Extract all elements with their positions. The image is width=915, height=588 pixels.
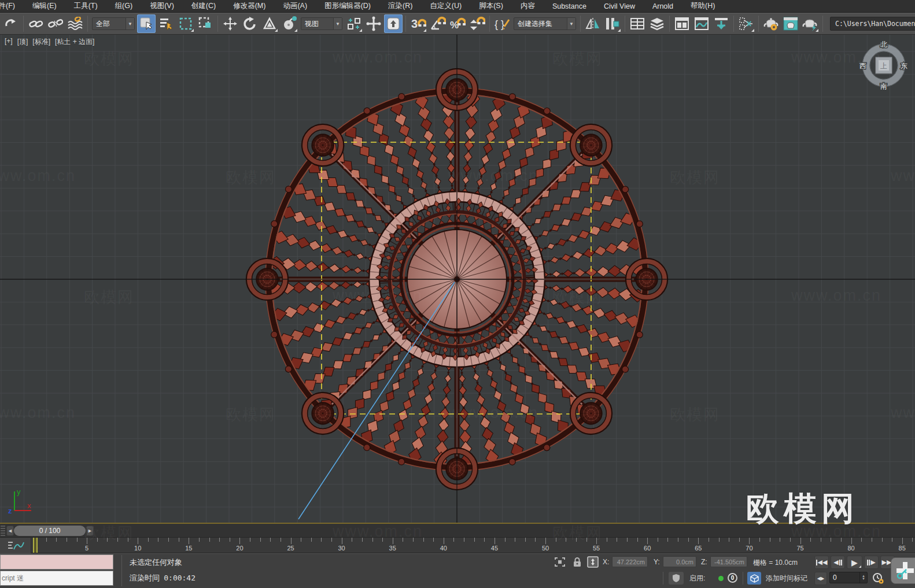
selection-filter-dropdown[interactable]: 全部 ▼ (92, 17, 135, 30)
maxscript-mini-listener[interactable]: cript 迷 (0, 571, 113, 586)
ruler-tick (912, 538, 913, 542)
isolate-selection-toggle[interactable] (553, 557, 567, 567)
redo-button[interactable] (2, 14, 20, 33)
menu-item-3[interactable]: 组(G) (106, 1, 142, 11)
ruler-tick (576, 538, 577, 542)
svg-text:东: 东 (901, 62, 907, 70)
spinner-snap-toggle[interactable] (468, 14, 486, 33)
percent-snap-toggle[interactable]: % (448, 14, 467, 33)
project-folder-path: C:\Users\Han\Documents\3ds Max 2022 (831, 20, 915, 28)
ruler-frame-label: 80 (847, 545, 854, 552)
set-key-button[interactable] (891, 557, 915, 584)
viewport-label-item-1[interactable]: [顶] (17, 37, 28, 47)
ruler-frame-label: 25 (287, 545, 294, 552)
toolbar-grip-handle[interactable] (1, 526, 5, 536)
go-to-start-icon (816, 560, 817, 565)
listener-text: cript 迷 (2, 574, 24, 582)
viewport-canvas[interactable]: yxz上北东南西 (0, 35, 915, 523)
time-tag-cube-button[interactable] (747, 572, 761, 585)
add-time-tag[interactable]: 添加时间标记 (766, 574, 807, 583)
select-and-manipulate-button[interactable] (364, 14, 383, 33)
frame-spinner[interactable]: ▲▼ (859, 572, 867, 583)
menu-item-9[interactable]: 渲染(R) (379, 1, 421, 11)
menu-item-11[interactable]: 脚本(S) (470, 1, 512, 11)
material-editor-button[interactable] (737, 14, 755, 33)
previous-frame-button[interactable]: ◀ (831, 556, 845, 569)
use-pivot-point-center-button[interactable] (345, 14, 363, 33)
snap-toggle-3d-button[interactable]: 3 (409, 14, 427, 33)
viewport-top[interactable]: yxz上北东南西 [+][顶][标准][粘土 + 边面] (0, 35, 915, 523)
align-button[interactable] (603, 14, 622, 33)
absolute-mode-transform-button[interactable] (586, 556, 599, 568)
menu-item-10[interactable]: 自定义(U) (421, 1, 470, 11)
menu-item-6[interactable]: 修改器(M) (224, 1, 274, 11)
go-to-start-button[interactable]: ◀◀ (814, 556, 829, 569)
previous-frame-arrow-button[interactable]: ◄ (6, 526, 14, 536)
keyboard-override-toggle[interactable] (384, 14, 403, 33)
blocked-commands-count[interactable]: 0 (728, 573, 737, 583)
menu-item-12[interactable]: 内容 (512, 1, 544, 11)
viewport-label-item-2[interactable]: [标准] (32, 37, 50, 47)
current-frame-field[interactable]: 0 ▲▼ (829, 572, 868, 583)
menu-item-8[interactable]: 图形编辑器(D) (316, 1, 379, 11)
menu-item-0[interactable]: 文件(F) (0, 1, 24, 11)
play-animation-button[interactable]: ▶ (847, 556, 862, 569)
curve-editor-button[interactable] (692, 14, 711, 33)
x-coordinate-field[interactable]: 47.222cm (612, 556, 648, 567)
menu-item-2[interactable]: 工具(T) (65, 1, 106, 11)
time-slider-handle[interactable]: 0 / 100 (14, 526, 86, 536)
unlink-selection-button[interactable] (46, 14, 65, 33)
select-object-button[interactable] (137, 14, 156, 33)
toggle-ribbon-button[interactable] (673, 14, 691, 33)
select-and-move-button[interactable] (221, 14, 239, 33)
bind-to-space-warp-button[interactable] (66, 14, 84, 33)
y-coordinate-field[interactable]: 0.0cm (663, 556, 696, 567)
maxscript-macro-recorder[interactable] (0, 554, 113, 569)
viewport-label-item-0[interactable]: [+] (5, 37, 13, 47)
next-frame-button[interactable]: ▶ (864, 556, 879, 569)
toggle-scene-explorer-button[interactable] (628, 14, 647, 33)
render-production-button[interactable] (801, 14, 820, 33)
rendered-frame-window-button[interactable] (781, 14, 800, 33)
mirror-button[interactable] (584, 14, 602, 33)
next-frame-arrow-button[interactable]: ► (86, 526, 94, 536)
menu-item-15[interactable]: Arnold (644, 2, 682, 10)
ruler-tick (158, 538, 158, 542)
menu-item-7[interactable]: 动画(A) (274, 1, 316, 11)
z-coordinate-field[interactable]: -41.505cm (710, 556, 747, 567)
ruler-tick (362, 538, 363, 542)
security-tools-button[interactable] (669, 572, 684, 585)
select-by-name-button[interactable] (157, 14, 175, 33)
key-mode-toggle[interactable]: ◀▶ (814, 572, 827, 585)
project-folder-dropdown[interactable]: C:\Users\Han\Documents\3ds Max 2022 ▼ (830, 17, 915, 31)
mini-curve-editor-button[interactable] (0, 538, 31, 553)
select-and-rotate-button[interactable] (241, 14, 259, 33)
toggle-layer-explorer-button[interactable] (648, 14, 666, 33)
angle-snap-toggle[interactable] (429, 14, 447, 33)
window-crossing-toggle[interactable] (196, 14, 215, 33)
align-icon (605, 17, 620, 31)
current-frame-marker[interactable] (33, 538, 38, 553)
render-setup-button[interactable] (762, 14, 780, 33)
y-coordinate-value: 0.0cm (676, 559, 693, 565)
menu-item-16[interactable]: 帮助(H) (682, 1, 724, 11)
select-and-link-button[interactable] (27, 14, 45, 33)
menu-item-4[interactable]: 视图(V) (141, 1, 183, 11)
select-and-scale-button[interactable] (260, 14, 279, 33)
ruler-tick (413, 538, 414, 542)
menu-item-14[interactable]: Civil View (595, 2, 644, 10)
edit-named-selection-sets-button[interactable]: {} (493, 14, 511, 33)
track-bar[interactable]: 0510152025303540455055606570758085 (0, 538, 915, 553)
time-configuration-button[interactable] (871, 572, 885, 585)
select-and-place-button[interactable] (280, 14, 298, 33)
menu-item-13[interactable]: Substance (544, 2, 595, 10)
menu-item-1[interactable]: 编辑(E) (24, 1, 65, 11)
rectangular-selection-region-button[interactable] (176, 14, 195, 33)
named-selection-set-dropdown[interactable]: 创建选择集 ▼ (514, 17, 576, 30)
ruler-frame-label: 75 (796, 545, 803, 552)
viewport-label-item-3[interactable]: [粘土 + 边面] (55, 37, 94, 47)
selection-lock-toggle[interactable] (571, 556, 583, 568)
menu-item-5[interactable]: 创建(C) (183, 1, 224, 11)
reference-coordinate-dropdown[interactable]: 视图 ▼ (301, 17, 342, 30)
schematic-view-button[interactable] (712, 14, 730, 33)
